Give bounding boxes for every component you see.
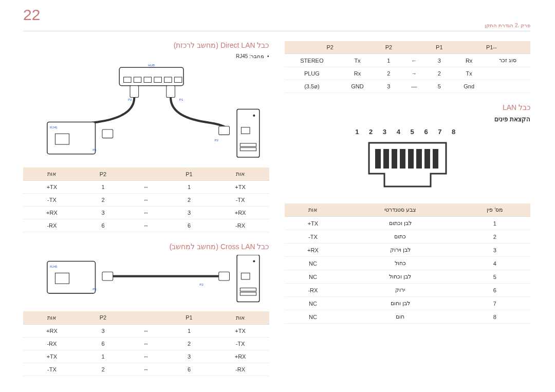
svg-text:HUB: HUB xyxy=(148,63,155,67)
table-cell: ← xyxy=(402,54,426,67)
rj45-connector-icon xyxy=(364,138,451,194)
table-row: TX-כתום2 xyxy=(285,230,531,244)
pin-assignment-table: אותצבע סטנדרטימס' פין TX+לבן וכתום1TX-כת… xyxy=(285,203,531,324)
table-cell: ↔ xyxy=(125,207,166,219)
svg-point-19 xyxy=(253,115,255,117)
table-cell: 3 xyxy=(81,207,125,219)
svg-rect-42 xyxy=(416,149,422,169)
lan-cable-title: כבל LAN xyxy=(285,103,531,111)
table-cell: 6 xyxy=(166,363,211,376)
table-cell: 3 xyxy=(166,350,211,363)
svg-text:RJ45: RJ45 xyxy=(50,125,58,129)
table-cell: NC xyxy=(285,297,342,310)
svg-rect-43 xyxy=(424,149,430,169)
table-cell: RX+ xyxy=(212,207,269,219)
svg-rect-18 xyxy=(241,127,250,134)
table-cell: ↔ xyxy=(125,219,166,232)
table-cell: 3 xyxy=(426,54,452,67)
table-row: RX-6↔6RX- xyxy=(23,219,269,232)
stereo-table: P2P2P1P1-- STEREOTx1←3Rxסוג זכרPLUGRx2→2… xyxy=(285,41,531,93)
table-cell: RX- xyxy=(23,219,81,232)
table-header: P1 xyxy=(166,167,211,181)
table-cell xyxy=(486,80,530,93)
connector-note: מחבר: RJ45 xyxy=(23,53,269,59)
svg-text:P1: P1 xyxy=(179,98,183,101)
table-row: NCחום8 xyxy=(285,310,531,324)
table-cell: 6 xyxy=(166,219,211,232)
table-header: אות xyxy=(285,203,342,217)
svg-rect-33 xyxy=(241,273,250,279)
table-header: P2 xyxy=(81,167,125,181)
table-cell: ירוק xyxy=(341,284,459,297)
table-cell: TX+ xyxy=(212,181,269,194)
table-cell: לבן וכחול xyxy=(341,270,459,284)
table-cell: 2 xyxy=(81,363,125,376)
table-cell: TX+ xyxy=(23,350,81,363)
svg-rect-8 xyxy=(130,86,139,98)
table-header: אות xyxy=(212,167,269,181)
table-header: אות xyxy=(23,167,81,181)
table-row: TX-2↔2TX- xyxy=(23,194,269,207)
table-cell: 1 xyxy=(166,181,211,194)
table-cell: TX- xyxy=(212,337,269,350)
svg-rect-30 xyxy=(219,272,230,281)
svg-rect-7 xyxy=(174,77,182,82)
table-header: אות xyxy=(23,311,81,325)
table-cell: 2 xyxy=(166,337,211,350)
table-cell: לבן וירוק xyxy=(341,244,459,257)
svg-rect-2 xyxy=(124,77,132,82)
table-header xyxy=(402,41,426,54)
table-cell: NC xyxy=(285,257,342,270)
table-cell: Rx xyxy=(453,54,486,67)
cross-lan-table: אותP2P1אות RX+3↔1TX+RX-6↔2TX-TX+1↔3RX+TX… xyxy=(23,311,269,376)
table-cell: חום xyxy=(341,310,459,324)
table-cell: TX+ xyxy=(285,217,342,230)
table-cell: 6 xyxy=(81,219,125,232)
table-cell: RX- xyxy=(285,284,342,297)
direct-lan-table: אותP2P1אות TX+1↔1TX+TX-2↔2TX-RX+3↔3RX+RX… xyxy=(23,167,269,232)
table-cell: RX- xyxy=(212,219,269,232)
table-cell: 6 xyxy=(459,284,531,297)
svg-rect-13 xyxy=(55,134,69,144)
table-cell: TX- xyxy=(23,363,81,376)
header-text: פרק .2 הגדרת התקן xyxy=(485,23,530,28)
table-header: צבע סטנדרטי xyxy=(341,203,459,217)
table-header: אות xyxy=(212,311,269,325)
svg-rect-0 xyxy=(119,67,183,85)
table-cell: TX+ xyxy=(23,181,81,194)
svg-text:P2: P2 xyxy=(199,283,203,287)
table-cell: Gnd xyxy=(453,80,486,93)
table-header: P2 xyxy=(81,311,125,325)
table-cell: ↔ xyxy=(125,350,166,363)
table-cell: ↔ xyxy=(125,194,166,207)
table-cell: 1 xyxy=(81,350,125,363)
svg-rect-37 xyxy=(375,149,381,169)
svg-rect-25 xyxy=(55,273,69,284)
table-cell: → xyxy=(402,67,426,80)
table-cell: לבן וכתום xyxy=(341,217,459,230)
direct-lan-title: כבל Direct LAN (מחשב לרכזת) xyxy=(23,41,269,49)
svg-rect-6 xyxy=(164,77,172,82)
svg-text:RJ45: RJ45 xyxy=(50,265,58,268)
table-cell: 2 xyxy=(426,67,452,80)
svg-rect-3 xyxy=(134,77,141,82)
svg-rect-38 xyxy=(383,149,389,169)
table-cell: 2 xyxy=(166,194,211,207)
svg-rect-16 xyxy=(102,129,113,138)
table-cell: 1 xyxy=(166,324,211,337)
svg-text:P1: P1 xyxy=(92,148,97,152)
table-cell: RX+ xyxy=(23,324,81,337)
table-cell: PLUG xyxy=(285,67,340,80)
table-header: P2 xyxy=(376,41,402,54)
table-cell: כתום xyxy=(341,230,459,244)
table-cell: GND xyxy=(339,80,376,93)
left-column: כבל Direct LAN (מחשב לרכזת) מחבר: RJ45 H… xyxy=(23,41,269,386)
table-cell: 2 xyxy=(81,194,125,207)
table-row: RX+3↔3RX+ xyxy=(23,207,269,219)
table-cell: RX+ xyxy=(212,350,269,363)
table-row: PLUGRx2→2Tx xyxy=(285,67,531,80)
table-cell: לבן וחום xyxy=(341,297,459,310)
table-cell: ↔ xyxy=(125,324,166,337)
table-row: NCכחול4 xyxy=(285,257,531,270)
table-cell: 3 xyxy=(166,207,211,219)
